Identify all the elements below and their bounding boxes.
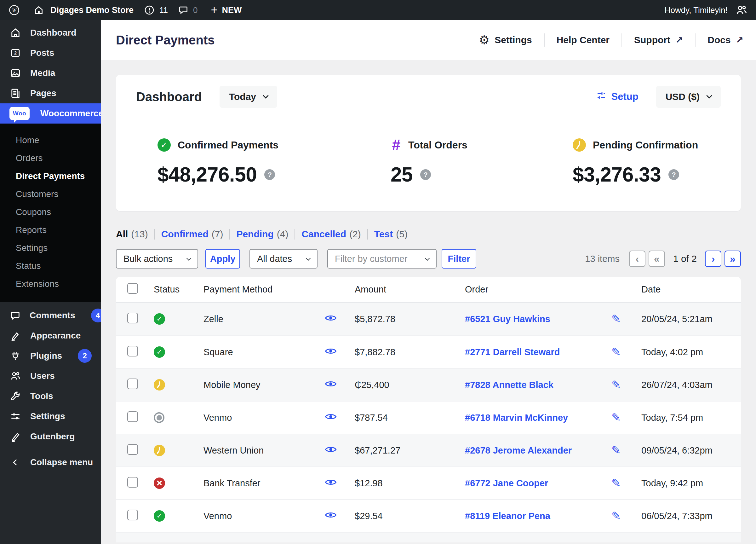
- last-page-button[interactable]: »: [725, 250, 741, 267]
- sidebar-subitem-reports[interactable]: Reports: [0, 221, 101, 239]
- first-page-button[interactable]: «: [649, 250, 665, 267]
- bulk-actions-select[interactable]: Bulk actions: [116, 249, 198, 268]
- sidebar-item-appearance[interactable]: Appearance: [0, 326, 101, 346]
- sidebar-item-gutenberg[interactable]: Gutenberg: [0, 427, 101, 447]
- docs-link[interactable]: Docs: [696, 35, 745, 45]
- view-icon[interactable]: [325, 314, 337, 322]
- edit-icon[interactable]: [611, 413, 621, 423]
- dashboard-title: Dashboard: [136, 90, 202, 104]
- home-icon[interactable]: [33, 5, 44, 15]
- sidebar-item-pages[interactable]: Pages: [0, 83, 101, 103]
- row-checkbox[interactable]: [127, 313, 138, 324]
- prev-page-button[interactable]: ‹: [629, 250, 645, 267]
- sidebar-subitem-coupons[interactable]: Coupons: [0, 203, 101, 221]
- date: 09/05/24, 6:32pm: [641, 445, 741, 456]
- sidebar-subitem-orders[interactable]: Orders: [0, 149, 101, 167]
- dates-filter-select[interactable]: All dates: [249, 249, 318, 268]
- new-menu[interactable]: NEW: [211, 4, 242, 16]
- woocommerce-submenu: HomeOrdersDirect PaymentsCustomersCoupon…: [0, 123, 101, 302]
- table-row: Mobile Money ₵25,400 #7828 Annette Black…: [116, 368, 741, 401]
- view-icon[interactable]: [325, 511, 337, 519]
- howdy-text[interactable]: Howdy, Timileyin!: [665, 5, 728, 15]
- next-page-button[interactable]: ›: [705, 250, 721, 267]
- content: Dashboard Today Setup USD ($): [101, 60, 756, 544]
- help-icon[interactable]: [264, 169, 275, 180]
- currency-value: USD ($): [666, 91, 700, 102]
- row-checkbox[interactable]: [127, 379, 138, 389]
- updates-indicator[interactable]: 11: [144, 4, 168, 16]
- main-area: Direct Payments Settings Help Center Sup…: [101, 20, 756, 544]
- sidebar-item-posts[interactable]: 2 Posts: [0, 43, 101, 63]
- sidebar-item-woocommerce[interactable]: Woo Woocommerce: [0, 103, 101, 123]
- view-icon[interactable]: [325, 445, 337, 454]
- sidebar-item-settings[interactable]: Settings: [0, 406, 101, 427]
- sidebar-item-comments[interactable]: Comments 4: [0, 306, 101, 326]
- payment-method: Venmo: [203, 413, 325, 423]
- select-all-checkbox[interactable]: [127, 283, 138, 294]
- order-link[interactable]: #6772 Jane Cooper: [465, 478, 548, 488]
- new-label: NEW: [222, 5, 242, 15]
- sidebar-item-dashboard[interactable]: Dashboard: [0, 23, 101, 43]
- order-link[interactable]: #2771 Darrell Steward: [465, 347, 560, 357]
- edit-icon[interactable]: [611, 446, 621, 456]
- payment-method: Western Union: [203, 445, 325, 456]
- filter-button[interactable]: Filter: [442, 249, 476, 268]
- view-icon[interactable]: [325, 478, 337, 486]
- order-link[interactable]: #2678 Jerome Alexander: [465, 445, 572, 455]
- sidebar-item-collapse-menu[interactable]: Collapse menu: [0, 452, 101, 472]
- sidebar-subitem-extensions[interactable]: Extensions: [0, 275, 101, 293]
- user-icon[interactable]: [735, 4, 748, 16]
- site-name[interactable]: Digages Demo Store: [50, 5, 134, 15]
- row-checkbox[interactable]: [127, 411, 138, 422]
- sidebar-subitem-settings[interactable]: Settings: [0, 239, 101, 257]
- page-title: Direct Payments: [116, 33, 215, 47]
- setup-link[interactable]: Setup: [596, 90, 639, 103]
- edit-icon[interactable]: [611, 479, 621, 489]
- order-link[interactable]: #6718 Marvin McKinney: [465, 413, 568, 423]
- tab-pending[interactable]: Pending (4): [236, 229, 288, 239]
- tab-cancelled[interactable]: Cancelled (2): [301, 229, 361, 239]
- row-checkbox[interactable]: [127, 346, 138, 357]
- order-link[interactable]: #8119 Eleanor Pena: [465, 511, 550, 521]
- view-icon[interactable]: [325, 347, 337, 355]
- sidebar-subitem-home[interactable]: Home: [0, 131, 101, 149]
- stat-confirmed-payments: Confirmed Payments $48,276.50: [136, 138, 369, 186]
- count-badge: 2: [78, 349, 92, 363]
- apply-button[interactable]: Apply: [205, 249, 240, 268]
- payment-method: Square: [203, 347, 325, 358]
- edit-icon[interactable]: [611, 512, 621, 522]
- order-link[interactable]: #7828 Annette Black: [465, 380, 553, 390]
- view-icon[interactable]: [325, 413, 337, 421]
- comments-icon: [9, 310, 21, 322]
- row-checkbox[interactable]: [127, 510, 138, 520]
- tab-all[interactable]: All (13): [116, 229, 148, 239]
- sidebar-subitem-direct-payments[interactable]: Direct Payments: [0, 167, 101, 185]
- row-checkbox[interactable]: [127, 444, 138, 455]
- tab-confirmed[interactable]: Confirmed (7): [161, 229, 223, 239]
- tab-test[interactable]: Test (5): [374, 229, 408, 239]
- amount: $7,882.78: [355, 347, 465, 358]
- sidebar-item-media[interactable]: Media: [0, 63, 101, 83]
- edit-icon[interactable]: [611, 348, 621, 358]
- help-icon[interactable]: [420, 169, 431, 180]
- wordpress-logo-icon[interactable]: W: [8, 4, 20, 16]
- edit-icon[interactable]: [611, 381, 621, 391]
- order-link[interactable]: #6521 Guy Hawkins: [465, 314, 550, 324]
- sidebar-item-plugins[interactable]: Plugins 2: [0, 346, 101, 366]
- sidebar-subitem-customers[interactable]: Customers: [0, 185, 101, 203]
- settings-link[interactable]: Settings: [467, 34, 544, 46]
- edit-icon[interactable]: [611, 315, 621, 325]
- support-link[interactable]: Support: [622, 35, 695, 45]
- help-icon[interactable]: [668, 169, 679, 180]
- comments-indicator[interactable]: 0: [178, 5, 198, 15]
- view-icon[interactable]: [325, 380, 337, 388]
- customer-filter-select[interactable]: Filter by customer: [327, 249, 437, 268]
- period-select[interactable]: Today: [220, 86, 277, 108]
- period-value: Today: [229, 91, 256, 102]
- sidebar-item-tools[interactable]: Tools: [0, 386, 101, 406]
- currency-select[interactable]: USD ($): [656, 86, 721, 108]
- row-checkbox[interactable]: [127, 477, 138, 488]
- sidebar-subitem-status[interactable]: Status: [0, 257, 101, 275]
- sidebar-item-users[interactable]: Users: [0, 366, 101, 386]
- help-center-link[interactable]: Help Center: [545, 35, 621, 45]
